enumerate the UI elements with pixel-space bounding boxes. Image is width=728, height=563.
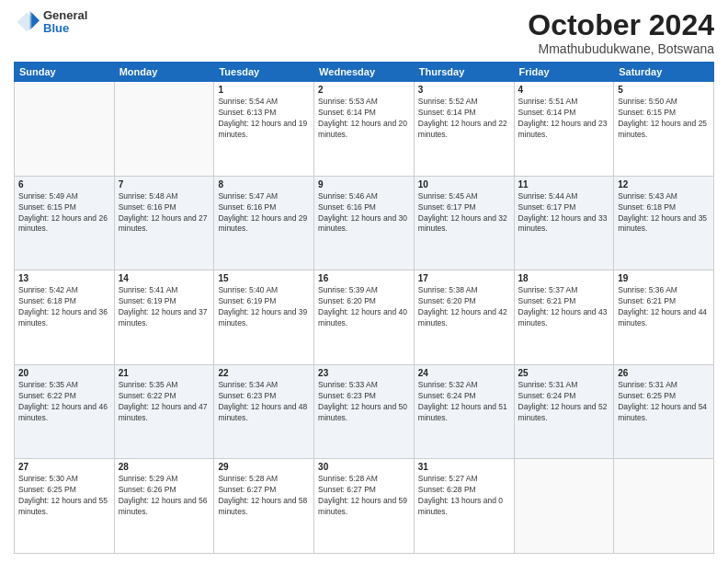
day-number: 27 <box>18 462 110 472</box>
day-number: 22 <box>218 368 310 378</box>
calendar-cell: 19Sunrise: 5:36 AMSunset: 6:21 PMDayligh… <box>614 270 714 365</box>
calendar-cell: 31Sunrise: 5:27 AMSunset: 6:28 PMDayligh… <box>414 459 514 554</box>
day-info: Sunrise: 5:47 AMSunset: 6:16 PMDaylight:… <box>218 191 310 236</box>
calendar-cell: 30Sunrise: 5:28 AMSunset: 6:27 PMDayligh… <box>314 459 415 554</box>
calendar-cell: 27Sunrise: 5:30 AMSunset: 6:25 PMDayligh… <box>15 459 115 554</box>
day-number: 23 <box>318 368 410 378</box>
day-number: 12 <box>618 179 710 190</box>
day-info: Sunrise: 5:53 AMSunset: 6:14 PMDaylight:… <box>318 97 410 141</box>
day-number: 20 <box>18 368 110 378</box>
calendar-cell: 17Sunrise: 5:38 AMSunset: 6:20 PMDayligh… <box>414 270 514 365</box>
day-info: Sunrise: 5:45 AMSunset: 6:17 PMDaylight:… <box>418 191 510 236</box>
calendar-cell: 14Sunrise: 5:41 AMSunset: 6:19 PMDayligh… <box>114 270 214 365</box>
day-info: Sunrise: 5:30 AMSunset: 6:25 PMDaylight:… <box>18 474 110 518</box>
day-info: Sunrise: 5:36 AMSunset: 6:21 PMDaylight:… <box>618 285 710 329</box>
calendar-cell: 2Sunrise: 5:53 AMSunset: 6:14 PMDaylight… <box>314 82 415 177</box>
calendar-cell: 12Sunrise: 5:43 AMSunset: 6:18 PMDayligh… <box>614 176 714 270</box>
calendar-cell: 18Sunrise: 5:37 AMSunset: 6:21 PMDayligh… <box>514 270 614 365</box>
day-info: Sunrise: 5:51 AMSunset: 6:14 PMDaylight:… <box>518 97 610 141</box>
calendar-cell: 20Sunrise: 5:35 AMSunset: 6:22 PMDayligh… <box>15 364 115 459</box>
day-number: 28 <box>119 462 210 472</box>
calendar-cell: 3Sunrise: 5:52 AMSunset: 6:14 PMDaylight… <box>414 82 514 177</box>
day-number: 6 <box>18 179 110 190</box>
day-number: 10 <box>418 179 510 190</box>
weekday-header-thursday: Thursday <box>414 63 514 82</box>
calendar-cell: 15Sunrise: 5:40 AMSunset: 6:19 PMDayligh… <box>214 270 314 365</box>
day-info: Sunrise: 5:52 AMSunset: 6:14 PMDaylight:… <box>418 97 510 141</box>
calendar-page: General Blue October 2024 Mmathubudukwan… <box>0 0 728 563</box>
day-number: 26 <box>618 368 710 378</box>
calendar-cell: 26Sunrise: 5:31 AMSunset: 6:25 PMDayligh… <box>614 364 714 459</box>
day-info: Sunrise: 5:28 AMSunset: 6:27 PMDaylight:… <box>218 474 310 518</box>
day-number: 31 <box>418 462 510 472</box>
calendar-cell <box>114 82 214 177</box>
calendar-cell: 9Sunrise: 5:46 AMSunset: 6:16 PMDaylight… <box>314 176 415 270</box>
day-info: Sunrise: 5:48 AMSunset: 6:16 PMDaylight:… <box>119 191 210 236</box>
day-info: Sunrise: 5:27 AMSunset: 6:28 PMDaylight:… <box>418 474 510 518</box>
day-info: Sunrise: 5:32 AMSunset: 6:24 PMDaylight:… <box>418 380 510 424</box>
day-number: 14 <box>119 273 210 283</box>
svg-marker-2 <box>31 13 40 29</box>
title-block: October 2024 Mmathubudukwane, Botswana <box>528 9 714 56</box>
weekday-header-monday: Monday <box>114 63 214 82</box>
logo: General Blue <box>14 9 87 36</box>
day-info: Sunrise: 5:31 AMSunset: 6:25 PMDaylight:… <box>618 380 710 424</box>
weekday-header-friday: Friday <box>514 63 614 82</box>
calendar-week-row: 20Sunrise: 5:35 AMSunset: 6:22 PMDayligh… <box>15 364 714 459</box>
day-info: Sunrise: 5:46 AMSunset: 6:16 PMDaylight:… <box>318 191 410 236</box>
location-title: Mmathubudukwane, Botswana <box>528 41 714 56</box>
day-number: 15 <box>218 273 310 283</box>
day-info: Sunrise: 5:43 AMSunset: 6:18 PMDaylight:… <box>618 191 710 236</box>
calendar-body: 1Sunrise: 5:54 AMSunset: 6:13 PMDaylight… <box>15 82 714 554</box>
calendar-cell: 1Sunrise: 5:54 AMSunset: 6:13 PMDaylight… <box>214 82 314 177</box>
day-info: Sunrise: 5:31 AMSunset: 6:24 PMDaylight:… <box>518 380 610 424</box>
day-number: 25 <box>518 368 610 378</box>
calendar-cell: 6Sunrise: 5:49 AMSunset: 6:15 PMDaylight… <box>15 176 115 270</box>
day-number: 7 <box>119 179 210 190</box>
day-info: Sunrise: 5:34 AMSunset: 6:23 PMDaylight:… <box>218 380 310 424</box>
day-number: 17 <box>418 273 510 283</box>
day-info: Sunrise: 5:42 AMSunset: 6:18 PMDaylight:… <box>18 285 110 329</box>
calendar-cell: 24Sunrise: 5:32 AMSunset: 6:24 PMDayligh… <box>414 364 514 459</box>
calendar-cell <box>15 82 115 177</box>
logo-blue: Blue <box>43 22 87 35</box>
day-info: Sunrise: 5:50 AMSunset: 6:15 PMDaylight:… <box>618 97 710 141</box>
calendar-cell: 13Sunrise: 5:42 AMSunset: 6:18 PMDayligh… <box>15 270 115 365</box>
calendar-week-row: 6Sunrise: 5:49 AMSunset: 6:15 PMDaylight… <box>15 176 714 270</box>
day-info: Sunrise: 5:41 AMSunset: 6:19 PMDaylight:… <box>119 285 210 329</box>
day-info: Sunrise: 5:35 AMSunset: 6:22 PMDaylight:… <box>18 380 110 424</box>
day-info: Sunrise: 5:40 AMSunset: 6:19 PMDaylight:… <box>218 285 310 329</box>
calendar-week-row: 1Sunrise: 5:54 AMSunset: 6:13 PMDaylight… <box>15 82 714 177</box>
day-number: 18 <box>518 273 610 283</box>
calendar-cell: 16Sunrise: 5:39 AMSunset: 6:20 PMDayligh… <box>314 270 415 365</box>
calendar-cell: 5Sunrise: 5:50 AMSunset: 6:15 PMDaylight… <box>614 82 714 177</box>
day-number: 2 <box>318 85 410 95</box>
calendar-table: SundayMondayTuesdayWednesdayThursdayFrid… <box>14 62 714 554</box>
calendar-cell: 23Sunrise: 5:33 AMSunset: 6:23 PMDayligh… <box>314 364 415 459</box>
calendar-cell: 28Sunrise: 5:29 AMSunset: 6:26 PMDayligh… <box>114 459 214 554</box>
logo-icon <box>14 9 40 35</box>
day-number: 11 <box>518 179 610 190</box>
day-info: Sunrise: 5:44 AMSunset: 6:17 PMDaylight:… <box>518 191 610 236</box>
day-number: 29 <box>218 462 310 472</box>
day-info: Sunrise: 5:38 AMSunset: 6:20 PMDaylight:… <box>418 285 510 329</box>
day-info: Sunrise: 5:54 AMSunset: 6:13 PMDaylight:… <box>218 97 310 141</box>
day-number: 3 <box>418 85 510 95</box>
calendar-cell: 21Sunrise: 5:35 AMSunset: 6:22 PMDayligh… <box>114 364 214 459</box>
calendar-cell <box>614 459 714 554</box>
calendar-cell: 8Sunrise: 5:47 AMSunset: 6:16 PMDaylight… <box>214 176 314 270</box>
day-number: 9 <box>318 179 410 190</box>
calendar-cell <box>514 459 614 554</box>
calendar-week-row: 13Sunrise: 5:42 AMSunset: 6:18 PMDayligh… <box>15 270 714 365</box>
day-number: 8 <box>218 179 310 190</box>
weekday-header-sunday: Sunday <box>15 63 115 82</box>
header: General Blue October 2024 Mmathubudukwan… <box>14 9 714 56</box>
day-number: 19 <box>618 273 710 283</box>
logo-text: General Blue <box>43 9 87 36</box>
day-info: Sunrise: 5:33 AMSunset: 6:23 PMDaylight:… <box>318 380 410 424</box>
weekday-header-wednesday: Wednesday <box>314 63 415 82</box>
weekday-header-tuesday: Tuesday <box>214 63 314 82</box>
day-number: 16 <box>318 273 410 283</box>
day-number: 4 <box>518 85 610 95</box>
day-info: Sunrise: 5:39 AMSunset: 6:20 PMDaylight:… <box>318 285 410 329</box>
